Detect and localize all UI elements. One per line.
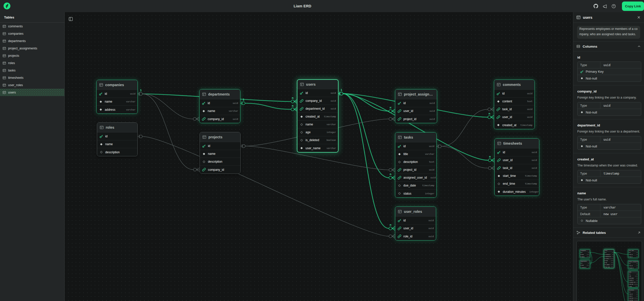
- minimap-table-timesheets: timesheetsiduuiduser_iduuidtask_iduuidst…: [628, 289, 638, 301]
- column-row-user_id[interactable]: user_iduuid: [395, 107, 437, 115]
- column-row-status[interactable]: statusinteger: [395, 190, 436, 197]
- erd-table-departments[interactable]: departmentsiduuidnamevarcharcompany_iduu…: [199, 89, 240, 123]
- column-row-id[interactable]: iduuid: [297, 89, 338, 97]
- column-row-task_id[interactable]: task_iduuid: [494, 105, 534, 113]
- liam-logo-icon[interactable]: [4, 3, 10, 9]
- attribute-key: Default: [578, 211, 600, 217]
- column-name: id: [105, 92, 107, 96]
- erd-table-timesheets[interactable]: timesheetsiduuiduser_iduuidtask_iduuidst…: [494, 138, 539, 196]
- column-row-due_date[interactable]: due_datetimestamp: [395, 182, 436, 190]
- column-section-created_at: created_atThe timestamp when the user wa…: [573, 153, 644, 187]
- column-row-company_id[interactable]: company_iduuid: [200, 115, 240, 123]
- sidebar-item-timesheets[interactable]: timesheets: [0, 74, 64, 81]
- column-row-address[interactable]: addressvarchar: [97, 106, 137, 114]
- column-row-user_id[interactable]: user_iduuid: [495, 156, 539, 164]
- minimap-edge: [614, 252, 628, 301]
- column-row-start_time[interactable]: start_timetimestamp: [495, 172, 539, 180]
- column-name: name: [306, 123, 313, 126]
- column-row-is_deleted[interactable]: is_deletedboolean: [297, 136, 338, 144]
- minimap-column-row: company_iduuid: [580, 266, 590, 268]
- megaphone-icon[interactable]: [602, 4, 607, 9]
- chevron-up-icon[interactable]: [637, 45, 641, 48]
- column-row-id[interactable]: iduuid: [495, 148, 539, 156]
- column-row-created_at[interactable]: created_attimestamp: [297, 113, 338, 121]
- column-row-id[interactable]: id: [200, 142, 240, 150]
- minimap-column-row: assigned_user_iduuid: [628, 281, 638, 283]
- column-row-id[interactable]: iduuid: [494, 90, 534, 98]
- column-row-task_id[interactable]: task_iduuid: [495, 164, 539, 172]
- erd-table-projects[interactable]: projectsidnamedescriptioncompany_id: [200, 132, 241, 174]
- top-bar: Liam ERD Copy Link: [0, 0, 644, 12]
- erd-table-comments[interactable]: commentsiduuidcontenttexttask_iduuiduser…: [494, 80, 535, 129]
- column-row-description[interactable]: description: [97, 148, 137, 156]
- erd-table-tasks[interactable]: tasksiduuidtitlevarchardescriptiontextpr…: [395, 132, 437, 198]
- erd-table-users[interactable]: usersiduuidcompany_iduuiddepartment_iduu…: [297, 79, 338, 153]
- sidebar-item-users[interactable]: users: [0, 89, 64, 96]
- sidebar-item-tasks[interactable]: tasks: [0, 67, 64, 74]
- column-row-id[interactable]: iduuid: [395, 217, 436, 224]
- column-row-description[interactable]: descriptiontext: [395, 158, 436, 166]
- column-row-id[interactable]: iduuid: [395, 99, 437, 107]
- column-row-project_id[interactable]: project_iduuid: [395, 166, 436, 174]
- column-row-name[interactable]: name: [97, 140, 137, 148]
- column-row-id[interactable]: iduuid: [97, 90, 137, 98]
- minimap-column-row: namevarchar: [580, 264, 590, 266]
- column-row-name[interactable]: namevarchar: [200, 107, 240, 115]
- column-type: varchar: [423, 153, 434, 155]
- column-name: due_date: [403, 184, 416, 187]
- column-icon-dot: [581, 263, 581, 264]
- column-row-project_id[interactable]: project_iduuid: [395, 115, 437, 123]
- sidebar-item-project_assignments[interactable]: project_assignments: [0, 45, 64, 52]
- help-icon[interactable]: [611, 4, 616, 9]
- column-row-id[interactable]: id: [97, 133, 137, 140]
- link-icon: [398, 234, 401, 238]
- table-icon: [398, 135, 402, 139]
- badge-Nullable: Nullable: [578, 219, 600, 223]
- column-row-name[interactable]: name: [200, 150, 240, 158]
- column-row-role_id[interactable]: role_iduuid: [395, 232, 436, 240]
- column-row-department_id[interactable]: department_iduuid: [297, 105, 338, 113]
- column-row-company_id[interactable]: company_id: [200, 166, 240, 174]
- column-row-user_name[interactable]: user_namevarchar: [297, 144, 338, 152]
- column-row-id[interactable]: iduuid: [395, 142, 436, 150]
- sidebar-item-companies[interactable]: companies: [0, 30, 64, 37]
- svg-text:n: n: [390, 223, 391, 226]
- github-icon[interactable]: [593, 4, 598, 9]
- column-row-content[interactable]: contenttext: [494, 98, 534, 105]
- close-icon[interactable]: [636, 15, 641, 20]
- table-name: project_assignments: [404, 92, 434, 96]
- sidebar-item-departments[interactable]: departments: [0, 37, 64, 45]
- table-description[interactable]: Represents employees or members of a com…: [577, 26, 640, 39]
- erd-table-companies[interactable]: companiesiduuidnamevarcharaddressvarchar: [96, 80, 138, 114]
- column-icon-dot: [581, 252, 581, 253]
- column-row-user_id[interactable]: user_iduuid: [395, 224, 436, 232]
- minimap-table-header: timesheets: [628, 289, 638, 291]
- column-row-age[interactable]: ageinteger: [297, 128, 338, 136]
- open-related-icon[interactable]: [637, 231, 641, 235]
- column-row-end_time[interactable]: end_timetimestamp: [495, 180, 539, 188]
- column-row-name[interactable]: namevarchar: [97, 98, 137, 106]
- sidebar-item-user_roles[interactable]: user_roles: [0, 81, 64, 89]
- sidebar-item-roles[interactable]: roles: [0, 59, 64, 67]
- minimap-column-row: user_iduuid: [628, 293, 638, 295]
- erd-table-project_assignments[interactable]: project_assignmentsiduuiduser_iduuidproj…: [395, 89, 437, 123]
- column-row-id[interactable]: iduuid: [200, 99, 240, 107]
- column-row-title[interactable]: titlevarchar: [395, 150, 436, 158]
- column-row-duration_minutes[interactable]: duration_minutesinteger: [495, 188, 539, 196]
- copy-link-button[interactable]: Copy Link: [622, 2, 644, 11]
- column-name: project_id: [403, 168, 416, 172]
- column-row-description[interactable]: description: [200, 158, 240, 166]
- sidebar-item-projects[interactable]: projects: [0, 52, 64, 59]
- column-row-name[interactable]: namevarchar: [297, 121, 338, 128]
- column-row-user_id[interactable]: user_iduuid: [494, 113, 534, 121]
- erd-table-user_roles[interactable]: user_rolesiduuiduser_iduuidrole_iduuid: [395, 206, 436, 240]
- column-row-created_at[interactable]: created_attimestamp: [494, 121, 534, 129]
- erd-canvas[interactable]: 1n1n1nnnnn companiesiduuidnamevarcharadd…: [65, 12, 573, 301]
- link-icon: [496, 115, 500, 119]
- sidebar-item-comments[interactable]: comments: [0, 23, 64, 30]
- column-row-company_id[interactable]: company_iduuid: [297, 97, 338, 105]
- sidebar-toggle-icon[interactable]: [68, 17, 73, 21]
- erd-table-roles[interactable]: rolesidnamedescription: [97, 122, 138, 156]
- column-row-assigned_user_id[interactable]: assigned_user_iduuid: [395, 174, 436, 182]
- related-tables-minimap[interactable]: companiesiduuidnamevarcharaddressvarchar…: [577, 241, 642, 301]
